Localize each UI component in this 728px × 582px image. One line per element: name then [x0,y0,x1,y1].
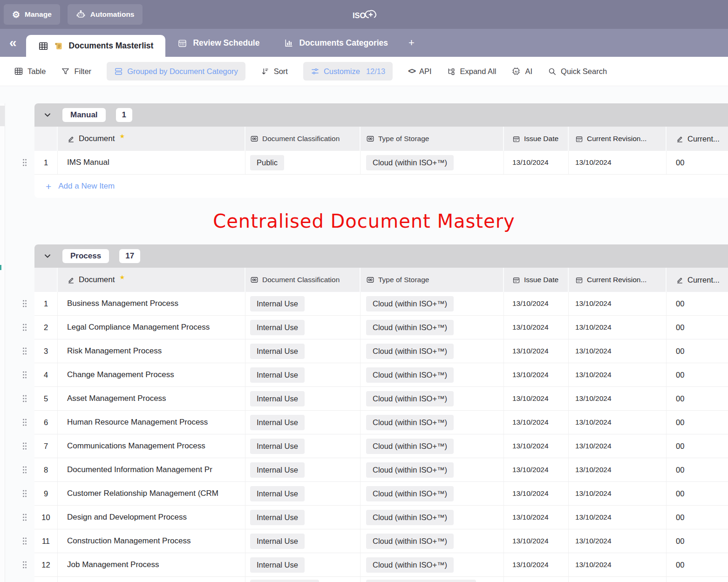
current-revision-cell[interactable]: 13/10/2024 [569,151,667,174]
column-header-classification[interactable]: Document Classification [245,268,361,292]
drag-handle-icon[interactable] [22,513,27,521]
drag-handle-icon[interactable] [22,394,27,403]
issue-date-cell[interactable]: 13/10/2024 [504,506,569,529]
document-cell[interactable]: Change Management Process [58,363,245,386]
classification-cell[interactable]: Internal Use [245,411,361,434]
column-header-document[interactable]: Document ★ [58,127,245,151]
current-cell[interactable]: 00 [667,434,728,458]
storage-cell[interactable]: Cloud (within ISO+™) [361,292,504,315]
tab-documents-masterlist[interactable]: Documents Masterlist [26,35,166,57]
column-header-document[interactable]: Document ★ [58,268,245,292]
column-header-storage[interactable]: Type of Storage [361,127,504,151]
table-row-partial[interactable] [34,577,728,582]
issue-date-cell[interactable]: 13/10/2024 [504,316,569,339]
drag-handle-icon[interactable] [22,489,27,498]
current-cell[interactable]: 00 [667,363,728,386]
drag-handle-icon[interactable] [22,158,27,167]
storage-cell[interactable]: Cloud (within ISO+™) [361,482,504,505]
table-row[interactable]: 9 Customer Relationship Management (CRM … [34,482,728,506]
storage-cell[interactable]: Cloud (within ISO+™) [361,363,504,386]
drag-handle-icon[interactable] [22,442,27,450]
document-cell[interactable]: Asset Management Process [58,387,245,410]
current-cell[interactable]: 00 [667,151,728,174]
document-cell[interactable]: Customer Relationship Management (CRM [58,482,245,505]
column-header-current[interactable]: Current... [667,268,728,292]
table-row[interactable]: 4 Change Management Process Internal Use… [34,363,728,387]
issue-date-cell[interactable]: 13/10/2024 [504,458,569,481]
ai-button[interactable]: AI AI [511,67,532,76]
classification-cell[interactable]: Internal Use [245,458,361,481]
storage-cell[interactable]: Cloud (within ISO+™) [361,458,504,481]
issue-date-cell[interactable]: 13/10/2024 [504,387,569,410]
current-revision-cell[interactable]: 13/10/2024 [569,506,667,529]
storage-cell[interactable]: Cloud (within ISO+™) [361,529,504,553]
storage-cell[interactable]: Cloud (within ISO+™) [361,434,504,458]
api-button[interactable]: <> API [408,67,431,76]
classification-cell[interactable]: Internal Use [245,339,361,363]
current-revision-cell[interactable]: 13/10/2024 [569,529,667,553]
add-new-item-button[interactable]: + Add a New Item [34,175,728,198]
drag-handle-icon[interactable] [22,347,27,355]
drag-handle-icon[interactable] [22,537,27,545]
current-revision-cell[interactable]: 13/10/2024 [569,316,667,339]
classification-cell[interactable]: Public [245,151,361,174]
issue-date-cell[interactable]: 13/10/2024 [504,292,569,315]
classification-cell[interactable]: Internal Use [245,434,361,458]
add-tab-button[interactable]: + [400,29,423,57]
issue-date-cell[interactable]: 13/10/2024 [504,553,569,576]
document-cell[interactable]: Legal Compliance Management Process [58,316,245,339]
current-revision-cell[interactable]: 13/10/2024 [569,482,667,505]
classification-cell[interactable]: Internal Use [245,482,361,505]
chevron-down-icon[interactable] [43,110,52,120]
drag-handle-icon[interactable] [22,371,27,379]
issue-date-cell[interactable]: 13/10/2024 [504,339,569,363]
grouped-by-button[interactable]: Grouped by Document Category [107,62,245,81]
document-cell[interactable]: Design and Development Process [58,506,245,529]
table-row[interactable]: 11 Construction Management Process Inter… [34,529,728,553]
current-cell[interactable]: 00 [667,292,728,315]
storage-cell[interactable]: Cloud (within ISO+™) [361,316,504,339]
column-header-current-revision[interactable]: Current Revision... [569,268,667,292]
quick-search-button[interactable]: Quick Search [548,67,607,76]
issue-date-cell[interactable]: 13/10/2024 [504,151,569,174]
table-row[interactable]: 7 Communications Management Process Inte… [34,434,728,458]
column-header-current-revision[interactable]: Current Revision... [569,127,667,151]
document-cell[interactable]: Construction Management Process [58,529,245,553]
current-revision-cell[interactable]: 13/10/2024 [569,363,667,386]
document-cell[interactable]: Risk Management Process [58,339,245,363]
issue-date-cell[interactable]: 13/10/2024 [504,482,569,505]
current-cell[interactable]: 00 [667,553,728,576]
column-header-classification[interactable]: Document Classification [245,127,361,151]
current-revision-cell[interactable]: 13/10/2024 [569,387,667,410]
column-header-issue-date[interactable]: Issue Date [504,268,569,292]
table-row[interactable]: 8 Documented Information Management Pr I… [34,458,728,482]
document-cell[interactable]: Communications Management Process [58,434,245,458]
current-revision-cell[interactable]: 13/10/2024 [569,292,667,315]
table-row[interactable]: 12 Job Management Process Internal Use C… [34,553,728,577]
collapse-sidebar-icon[interactable]: « [9,36,17,49]
manage-button[interactable]: ⚙ Manage [4,4,60,25]
current-cell[interactable]: 00 [667,506,728,529]
issue-date-cell[interactable]: 13/10/2024 [504,434,569,458]
drag-handle-icon[interactable] [22,299,27,308]
table-row[interactable]: 5 Asset Management Process Internal Use … [34,387,728,411]
current-revision-cell[interactable]: 13/10/2024 [569,553,667,576]
tab-review-schedule[interactable]: Review Schedule [165,29,272,57]
document-cell[interactable]: Human Resource Management Process [58,411,245,434]
customize-button[interactable]: Customize 12/13 [303,62,393,81]
table-row[interactable]: 2 Legal Compliance Management Process In… [34,316,728,339]
current-cell[interactable]: 00 [667,482,728,505]
table-row[interactable]: 10 Design and Development Process Intern… [34,506,728,529]
table-row[interactable]: 3 Risk Management Process Internal Use C… [34,339,728,363]
issue-date-cell[interactable]: 13/10/2024 [504,529,569,553]
storage-cell[interactable]: Cloud (within ISO+™) [361,411,504,434]
expand-all-button[interactable]: Expand All [447,67,496,76]
classification-cell[interactable]: Internal Use [245,506,361,529]
current-revision-cell[interactable]: 13/10/2024 [569,339,667,363]
current-cell[interactable]: 00 [667,387,728,410]
current-cell[interactable]: 00 [667,316,728,339]
column-header-storage[interactable]: Type of Storage [361,268,504,292]
table-row[interactable]: 1 IMS Manual Public Cloud (within ISO+™)… [34,151,728,175]
document-cell[interactable]: Documented Information Management Pr [58,458,245,481]
issue-date-cell[interactable]: 13/10/2024 [504,363,569,386]
